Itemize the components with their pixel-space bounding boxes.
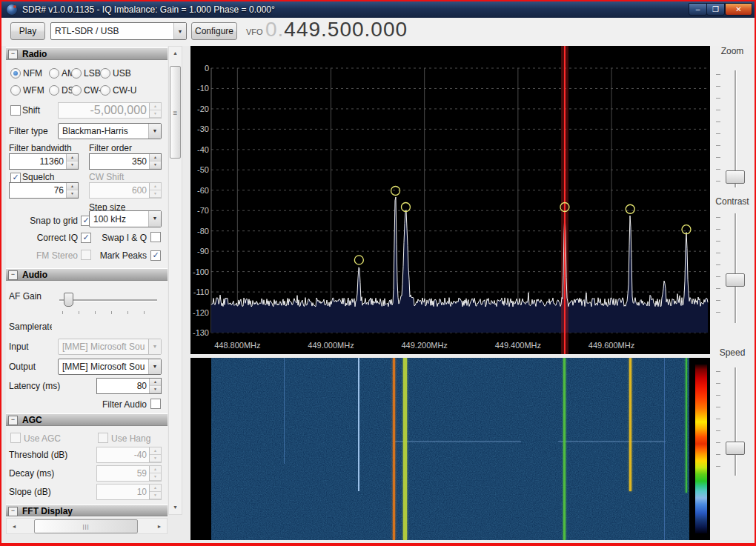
output-select[interactable]: [MME] Microsoft Sou ▼ (58, 359, 162, 375)
collapse-icon[interactable]: − (8, 507, 18, 516)
chevron-down-icon: ▼ (148, 124, 161, 139)
contrast-slider-thumb[interactable] (726, 273, 745, 287)
speed-slider-track (735, 367, 737, 476)
squelch-checkbox-box[interactable]: ✓ (10, 173, 21, 183)
fft-display-section-header[interactable]: − FFT Display (6, 505, 168, 516)
filter-type-select[interactable]: Blackman-Harris ▼ (58, 123, 162, 139)
scroll-down-icon[interactable]: ▼ (170, 502, 181, 513)
radio-section-header[interactable]: − Radio (6, 47, 168, 60)
shift-checkbox-box[interactable] (10, 105, 21, 116)
speed-slider-thumb[interactable] (726, 442, 745, 455)
use-agc-checkbox-box (10, 433, 21, 443)
waterfall-noise-texture (211, 358, 689, 540)
swap-iq-checkbox[interactable] (150, 232, 161, 244)
horizontal-scrollbar-thumb[interactable]: ||| (34, 519, 138, 533)
filter-order-input[interactable]: 350 ▲▼ (89, 153, 162, 170)
samplerate-label: Samplerate (9, 322, 52, 332)
sidebar-horizontal-scrollbar[interactable]: ◄ ||| ► (6, 518, 168, 534)
zoom-slider-thumb[interactable] (726, 170, 745, 184)
shift-label: Shift (22, 105, 40, 116)
af-gain-slider-thumb[interactable] (64, 293, 73, 307)
mode-radio-cw-u[interactable]: CW-U (100, 85, 136, 96)
squelch-spinner[interactable]: ▲▼ (66, 183, 78, 198)
cw-shift-value: 600 (90, 185, 149, 196)
af-gain-slider-ticks (62, 311, 153, 314)
restore-button[interactable]: ❐ (706, 3, 725, 16)
shift-checkbox[interactable] (10, 105, 21, 118)
vertical-scrollbar-thumb[interactable]: ≡ (170, 66, 181, 159)
filter-audio-checkbox[interactable] (150, 399, 161, 411)
radio-button-icon[interactable] (49, 85, 59, 96)
radio-button-icon[interactable] (71, 68, 82, 79)
mark-peaks-checkbox-box[interactable]: ✓ (150, 250, 161, 261)
filter-bandwidth-spinner[interactable]: ▲▼ (66, 154, 78, 169)
chevron-down-icon: ▼ (173, 23, 186, 39)
waterfall-signal-line (686, 358, 687, 493)
freq-axis-tick-label: 448.800MHz (214, 341, 260, 350)
latency-input[interactable]: 80 ▲▼ (96, 378, 162, 394)
squelch-checkbox[interactable]: ✓ (10, 172, 21, 183)
scroll-right-icon[interactable]: ► (153, 521, 165, 533)
chevron-down-icon: ▼ (148, 359, 161, 374)
step-size-select[interactable]: 100 kHz ▼ (89, 210, 162, 227)
waterfall-plot[interactable] (211, 358, 689, 540)
sidebar-vertical-scrollbar[interactable]: ▲ ≡ ▼ (168, 46, 182, 515)
collapse-icon[interactable]: − (8, 416, 18, 425)
filter-order-spinner[interactable]: ▲▼ (149, 154, 161, 169)
frequency-prefix: 0. (265, 18, 284, 41)
shift-input: -5,000,000 ▲▼ (58, 102, 162, 119)
filter-type-label: Filter type (9, 126, 48, 136)
radio-button-icon[interactable] (49, 68, 59, 79)
radio-button-icon[interactable] (71, 85, 82, 96)
radio-button-icon[interactable] (100, 68, 110, 79)
spectrum-plot[interactable]: 0-10-20-30-40-50-60-70-80-90-100-110-120… (190, 46, 710, 354)
spectrum-fill (211, 197, 708, 333)
waterfall-streak (558, 441, 666, 442)
correct-iq-checkbox-box[interactable]: ✓ (81, 233, 91, 243)
squelch-input[interactable]: 76 ▲▼ (9, 182, 79, 199)
mode-radio-label: WFM (23, 85, 44, 96)
correct-iq-checkbox[interactable]: ✓ (81, 232, 91, 243)
frequency-display[interactable]: 0.449.500.000 (265, 18, 408, 41)
waterfall-display[interactable] (190, 358, 710, 540)
input-select: [MME] Microsoft Sou ▼ (58, 339, 162, 355)
radio-button-icon[interactable] (100, 85, 110, 96)
close-button[interactable]: ✕ (725, 3, 752, 16)
filter-audio-checkbox-box[interactable] (150, 399, 161, 409)
play-button[interactable]: Play (10, 22, 45, 40)
filter-order-label: Filter order (89, 143, 132, 153)
configure-button[interactable]: Configure (191, 22, 237, 40)
waterfall-signal-line (393, 358, 395, 540)
shift-spinner: ▲▼ (149, 103, 161, 118)
cw-shift-input: 600 ▲▼ (89, 182, 162, 199)
radio-button-icon[interactable] (10, 85, 21, 96)
mode-radio-wfm[interactable]: WFM (10, 85, 44, 96)
mark-peaks-checkbox[interactable]: ✓ (150, 250, 161, 261)
freq-axis-tick-label: 449.200MHz (401, 341, 447, 350)
db-axis-tick-label: 0 (205, 64, 209, 73)
output-select-value: [MME] Microsoft Sou (59, 362, 148, 372)
agc-section-header[interactable]: − AGC (6, 413, 168, 426)
latency-value: 80 (97, 381, 149, 391)
spectrum-display[interactable]: 0-10-20-30-40-50-60-70-80-90-100-110-120… (190, 46, 710, 354)
swap-iq-checkbox-box[interactable] (150, 232, 161, 242)
mode-radio-group: NFMAMLSBUSBWFMDSBCW-LCW-U (6, 67, 168, 101)
filter-bandwidth-input[interactable]: 11360 ▲▼ (9, 153, 79, 170)
title-bar: SDR# v1.0.0.1135 - IQ Imbalance: Gain = … (1, 1, 755, 18)
scroll-left-icon[interactable]: ◄ (8, 521, 20, 533)
device-select[interactable]: RTL-SDR / USB ▼ (50, 22, 187, 40)
mode-radio-usb[interactable]: USB (100, 68, 131, 79)
radio-button-icon[interactable] (10, 68, 21, 79)
scroll-up-icon[interactable]: ▲ (170, 48, 181, 59)
mode-radio-lsb[interactable]: LSB (71, 68, 101, 79)
minimize-button[interactable]: – (689, 3, 707, 16)
audio-section-header[interactable]: − Audio (6, 268, 168, 281)
waterfall-signal-line (403, 358, 407, 540)
squelch-value: 76 (10, 185, 66, 196)
collapse-icon[interactable]: − (8, 270, 18, 280)
collapse-icon[interactable]: − (8, 50, 18, 59)
contrast-label: Contrast (710, 196, 755, 207)
latency-spinner[interactable]: ▲▼ (149, 379, 161, 393)
mode-radio-label: CW-U (113, 85, 136, 96)
mode-radio-nfm[interactable]: NFM (10, 68, 42, 79)
